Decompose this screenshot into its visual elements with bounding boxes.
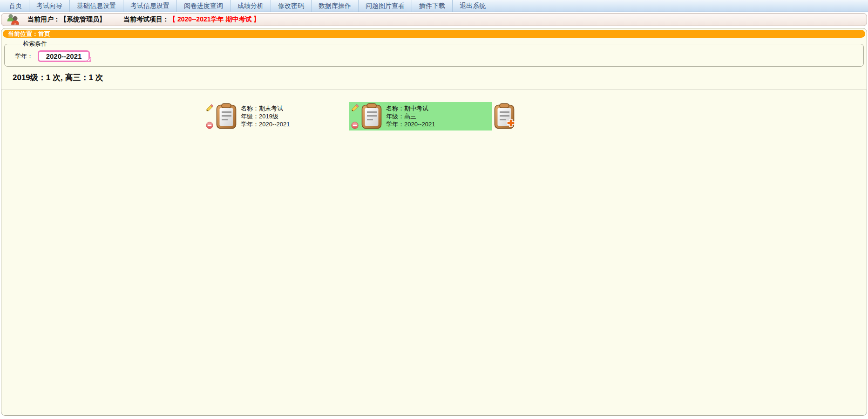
exam-card-midterm-selected[interactable]: 名称：期中考试 年级：高三 学年：2020--2021 <box>349 102 492 131</box>
menu-item-basic-info-settings[interactable]: 基础信息设置 <box>69 0 123 12</box>
menu-item-plugin-download[interactable]: 插件下载 <box>412 0 452 12</box>
exam-cards-row: 名称：期末考试 年级：2019级 学年：2020--2021 <box>203 102 867 131</box>
exam-year: 学年：2020--2021 <box>386 120 435 128</box>
top-menu-bar: 首页 考试向导 基础信息设置 考试信息设置 阅卷进度查询 成绩分析 修改密码 数… <box>0 0 868 12</box>
chevron-down-icon[interactable] <box>85 55 91 64</box>
user-info-bar: 当前用户：【系统管理员】 当前考试项目： 【 2020--2021学年 期中考试… <box>1 13 867 26</box>
exam-name: 名称：期中考试 <box>386 104 435 112</box>
menu-item-change-password[interactable]: 修改密码 <box>271 0 311 12</box>
current-user-text: 当前用户：【系统管理员】 <box>27 15 106 24</box>
exam-name: 名称：期末考试 <box>241 104 290 112</box>
card-actions <box>351 103 359 130</box>
section-divider <box>1 89 867 89</box>
delete-minus-icon[interactable] <box>351 122 359 129</box>
exam-grade: 年级：2019级 <box>241 112 290 120</box>
search-conditions-panel: 检索条件 学年： <box>4 40 864 67</box>
current-exam-label: 当前考试项目： <box>123 15 169 24</box>
edit-pencil-icon[interactable] <box>206 104 214 112</box>
menu-item-marking-progress[interactable]: 阅卷进度查询 <box>176 0 230 12</box>
search-row: 学年： <box>15 50 858 62</box>
edit-pencil-icon[interactable] <box>351 104 359 112</box>
exam-card-text: 名称：期末考试 年级：2019级 学年：2020--2021 <box>241 103 290 130</box>
current-exam-value: 【 2020--2021学年 期中考试 】 <box>169 15 260 24</box>
exam-card-final[interactable]: 名称：期末考试 年级：2019级 学年：2020--2021 <box>203 102 347 131</box>
menu-item-score-analysis[interactable]: 成绩分析 <box>230 0 271 12</box>
users-icon <box>6 14 20 26</box>
search-panel-legend: 检索条件 <box>21 40 48 48</box>
card-actions <box>206 103 214 130</box>
clipboard-icon <box>361 103 382 130</box>
clipboard-icon <box>216 103 237 130</box>
menu-item-exam-wizard[interactable]: 考试向导 <box>29 0 69 12</box>
delete-minus-icon[interactable] <box>206 122 214 129</box>
menu-item-problem-images[interactable]: 问题图片查看 <box>358 0 412 12</box>
exam-card-text: 名称：期中考试 年级：高三 学年：2020--2021 <box>386 103 435 130</box>
exam-year: 学年：2020--2021 <box>241 120 290 128</box>
school-year-combo <box>38 50 90 62</box>
menu-item-database-ops[interactable]: 数据库操作 <box>311 0 358 12</box>
exam-grade: 年级：高三 <box>386 112 435 120</box>
school-year-input[interactable] <box>38 50 90 62</box>
location-text: 当前位置：首页 <box>8 30 50 38</box>
main-content-panel: 当前位置：首页 检索条件 学年： 2019级：1 次, 高三：1 次 <box>1 28 867 416</box>
menu-item-logout[interactable]: 退出系统 <box>452 0 493 12</box>
exam-count-summary: 2019级：1 次, 高三：1 次 <box>13 72 867 83</box>
menu-item-exam-info-settings[interactable]: 考试信息设置 <box>123 0 176 12</box>
add-exam-button[interactable] <box>494 103 515 129</box>
breadcrumb-location-bar: 当前位置：首页 <box>3 30 865 38</box>
menu-item-home[interactable]: 首页 <box>2 0 29 12</box>
school-year-label: 学年： <box>15 52 33 61</box>
